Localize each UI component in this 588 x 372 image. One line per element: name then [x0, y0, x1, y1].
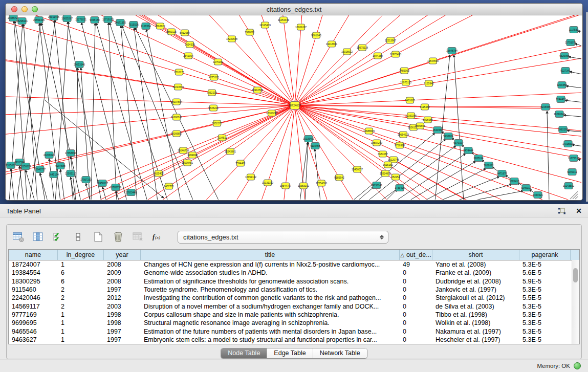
table-cell[interactable]: 2	[58, 294, 104, 301]
table-cell[interactable]: 5.3E-5	[519, 328, 571, 335]
table-cell[interactable]: 0	[400, 294, 432, 301]
column-header-title[interactable]: title	[141, 250, 400, 260]
table-row[interactable]: 911546021997Tourette syndrome. Phenomeno…	[9, 286, 579, 294]
table-cell[interactable]: 1	[58, 261, 104, 268]
table-vertical-scrollbar[interactable]	[572, 260, 579, 344]
graph-node[interactable]: 9329966	[559, 53, 570, 59]
graph-node[interactable]: 16959102	[245, 174, 256, 180]
graph-node[interactable]: 3684067	[378, 151, 388, 157]
graph-node[interactable]: 20206526	[43, 152, 55, 159]
graph-node[interactable]: 10655287	[61, 15, 73, 22]
graph-node[interactable]: 15131310	[262, 180, 273, 186]
graph-node[interactable]: 10688609	[363, 128, 375, 134]
network-canvas[interactable]: 2405572415298101206914062691140610655287…	[6, 15, 581, 200]
graph-node[interactable]: 2935114	[473, 155, 483, 162]
graph-node[interactable]: 10973493	[390, 51, 401, 57]
citation-network-graph[interactable]: 2405572415298101206914062691140610655287…	[6, 15, 581, 200]
graph-node[interactable]: 1654339	[185, 41, 195, 48]
table-cell[interactable]: Dudbridge et al. (2008)	[432, 278, 519, 285]
graph-node[interactable]: 20691406	[33, 17, 45, 24]
table-cell[interactable]: Stergiakouli et al. (2012)	[432, 294, 519, 301]
table-cell[interactable]: 0	[400, 286, 432, 293]
graph-node[interactable]: 9635220	[208, 105, 219, 111]
graph-node[interactable]: 7918011	[245, 29, 254, 35]
graph-node[interactable]: 15276021	[75, 16, 86, 23]
graph-node[interactable]: 9457771	[164, 183, 174, 189]
graph-node[interactable]: 19166857	[171, 130, 182, 137]
table-cell[interactable]: 0	[400, 311, 432, 318]
graph-node[interactable]: 9466160	[90, 17, 100, 24]
graph-node[interactable]: 8215955	[540, 104, 551, 111]
table-cell[interactable]: 9777169	[9, 311, 58, 318]
table-cell[interactable]: Wolkin et al. (1998)	[432, 319, 519, 326]
graph-node[interactable]: 4275122	[209, 74, 219, 80]
table-cell[interactable]: 1	[58, 319, 104, 326]
column-header-short[interactable]: short	[432, 250, 519, 260]
graph-node[interactable]: 18544707	[280, 183, 291, 189]
table-cell[interactable]: 2012	[104, 294, 141, 301]
graph-node[interactable]: 7625402	[154, 170, 164, 177]
show-columns-icon[interactable]	[32, 230, 45, 244]
graph-node[interactable]: 14136141	[371, 182, 382, 189]
resize-grip-icon[interactable]	[570, 191, 578, 199]
graph-node[interactable]: 18099481	[182, 160, 193, 166]
table-cell[interactable]: Yano et al. (2008)	[432, 261, 519, 268]
new-table-icon[interactable]	[92, 230, 105, 244]
graph-node[interactable]: 12125439	[259, 22, 271, 28]
graph-node[interactable]: 9245012	[521, 185, 531, 191]
rows-icon[interactable]	[72, 230, 85, 244]
graph-node[interactable]: 1645194	[49, 171, 59, 178]
graph-node[interactable]: 16958107	[97, 180, 108, 187]
graph-node[interactable]: 12942757	[34, 166, 46, 173]
table-row[interactable]: 2242004622012Investigating the contribut…	[9, 294, 579, 302]
table-cell[interactable]: Disruption of a novel member of a sodium…	[141, 303, 400, 310]
graph-node[interactable]: 9756928	[395, 142, 405, 148]
graph-node[interactable]: 8096989	[423, 117, 433, 123]
graph-node[interactable]: 9699695	[415, 123, 425, 129]
graph-node[interactable]: 10243502	[563, 183, 574, 189]
table-cell[interactable]: 0	[400, 303, 432, 310]
table-cell[interactable]: 5.3E-5	[519, 286, 571, 293]
graph-node[interactable]: 11156829	[20, 163, 31, 170]
graph-node[interactable]: 10719155	[102, 16, 114, 23]
graph-node[interactable]: 12213539	[172, 84, 184, 90]
graph-node[interactable]: 1065416	[509, 178, 519, 185]
graph-node[interactable]: 7663822	[155, 23, 165, 29]
table-selector-dropdown[interactable]: citations_edges.txt	[178, 231, 388, 244]
table-cell[interactable]: 5.3E-5	[519, 261, 571, 268]
graph-node[interactable]: 17016504	[562, 141, 574, 147]
graph-node[interactable]: 7852203	[207, 90, 217, 96]
graph-node[interactable]: 5938924	[443, 133, 453, 140]
graph-node[interactable]: 11675317	[568, 155, 579, 162]
table-cell[interactable]: 2008	[104, 278, 141, 285]
zoom-button[interactable]	[32, 6, 38, 12]
table-cell[interactable]: 1	[58, 336, 104, 343]
graph-node[interactable]: 2342004	[183, 53, 193, 59]
graph-node[interactable]: 11254349	[278, 17, 289, 23]
table-cell[interactable]: 9115460	[9, 286, 58, 293]
graph-node[interactable]: 16601207	[295, 24, 307, 30]
table-cell[interactable]: Estimation of the future numbers of pati…	[141, 328, 400, 335]
graph-node[interactable]: 15298101	[16, 18, 28, 25]
graph-node[interactable]: 16648784	[446, 48, 458, 54]
graph-node[interactable]: 7234511	[217, 135, 227, 141]
graph-node[interactable]: 18107554	[171, 99, 182, 105]
window-titlebar[interactable]: citations_edges.txt	[6, 4, 582, 15]
graph-node[interactable]: 1117530	[569, 27, 579, 33]
table-cell[interactable]: Estimation of significance thresholds fo…	[141, 278, 400, 285]
table-cell[interactable]: 19384554	[9, 269, 58, 276]
close-panel-icon[interactable]: ✕	[576, 207, 582, 214]
table-row[interactable]: 1830029562008Estimation of significance …	[9, 277, 579, 286]
close-button[interactable]	[11, 6, 17, 12]
table-cell[interactable]: 2	[58, 303, 104, 310]
graph-node[interactable]: 15046758	[178, 147, 189, 154]
table-cell[interactable]: 18724007	[9, 261, 58, 268]
graph-node[interactable]: 19013904	[326, 41, 337, 47]
table-cell[interactable]: 0	[400, 328, 432, 335]
table-mode-icon[interactable]	[12, 230, 25, 244]
table-cell[interactable]: 0	[400, 336, 432, 343]
table-cell[interactable]: 1	[58, 311, 104, 318]
table-cell[interactable]: Structural magnetic resonance image aver…	[141, 319, 400, 326]
graph-node[interactable]: 12160265	[405, 113, 417, 119]
graph-node[interactable]: 6379197	[453, 140, 464, 146]
